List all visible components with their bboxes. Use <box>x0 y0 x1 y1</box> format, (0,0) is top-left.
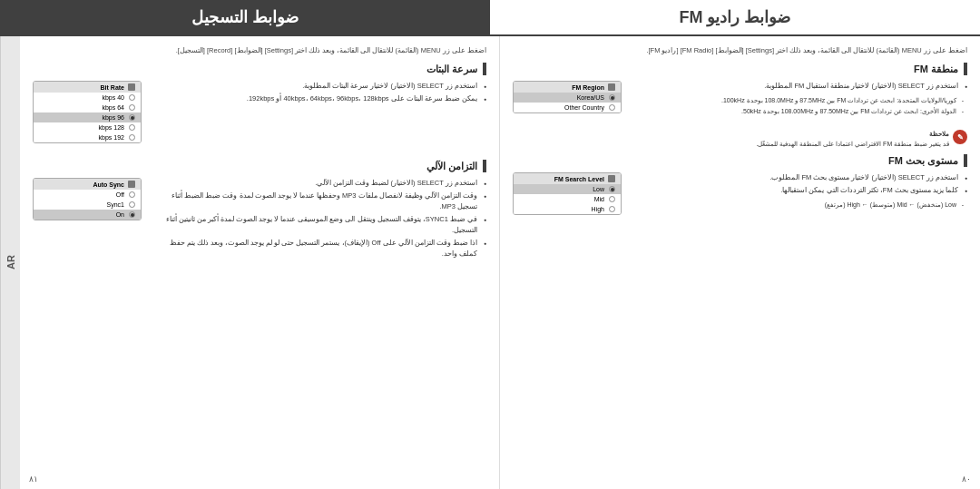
auto-sync-section: التزامن الآلي استخدم زر SELECT (الاختيار… <box>33 160 486 263</box>
fm-region-bullets: استخدم زر SELECT (الاختيار) لاختيار منطق… <box>631 81 967 92</box>
heading-bar-4 <box>964 154 967 167</box>
fm-search-label: مستوى بحث FM <box>888 155 958 167</box>
search-low[interactable]: Low <box>514 184 621 194</box>
fm-search-dash-1: Low (منخفض) ← Mid (متوسط) ← High (مرتفع) <box>631 200 964 210</box>
fm-search-content: استخدم زر SELECT (الاختيار) لاختيار مستو… <box>513 172 967 222</box>
bit-rate-section: سرعة البتات استخدم زر SELECT (الاختيار) … <box>33 63 486 151</box>
bit-rate-heading: سرعة البتات <box>33 63 486 75</box>
fm-region-widget-title: FM Region <box>514 82 621 93</box>
fm-region-section: منطقة FM استخدم زر SELECT (الاختيار) لاخ… <box>513 63 967 121</box>
header-right-title: ضوابط راديو FM <box>490 0 980 36</box>
sync-bullet-4: اذا ضبط وقت التزامن الآلي على Off (الإيق… <box>151 238 486 259</box>
sync-bullet-3: في ضبط SYNC1، يتوقف التسجيل وينتقل الى و… <box>151 214 486 236</box>
bit-rate-64[interactable]: 64 kbps <box>34 103 141 112</box>
radio-192 <box>129 134 135 141</box>
fm-search-widget: FM Search Level Low Mid High <box>513 172 622 222</box>
radio-high <box>609 206 615 212</box>
page-left: اضغط على زر MENU (القائمة) للانتقال الى … <box>20 36 500 489</box>
fm-search-section: مستوى بحث FM استخدم زر SELECT (الاختيار)… <box>513 154 967 222</box>
sync-sync1[interactable]: Sync1 <box>34 200 141 210</box>
fm-region-dashes: كوريا/الولايات المتحدة: ابحث عن تردادات … <box>631 95 967 117</box>
search-high[interactable]: High <box>514 204 621 214</box>
note-icon: ✎ <box>953 130 967 144</box>
page-right: اضغط على زر MENU (القائمة) للانتقال الى … <box>500 36 980 489</box>
note-box: ✎ ملاحظة قد يتغير ضبط منطقة FM الافتراضي… <box>513 130 967 149</box>
bit-rate-bullet-1: استخدم زر SELECT (الاختيار) لاختيار سرعة… <box>151 81 486 92</box>
fm-region-bullet-1: استخدم زر SELECT (الاختيار) لاختيار منطق… <box>631 81 967 92</box>
auto-sync-bullets: استخدم زر SELECT (الاختيار) لضبط وقت الت… <box>151 178 486 259</box>
radio-mid <box>609 196 615 202</box>
fm-region-text: استخدم زر SELECT (الاختيار) لاختيار منطق… <box>631 81 967 121</box>
radio-korea <box>609 94 615 101</box>
fm-search-bullet-2: كلما يزيد مستوى بحث FM، تكثر الترددات ال… <box>631 185 967 196</box>
bit-rate-bullets: استخدم زر SELECT (الاختيار) لاختيار سرعة… <box>151 81 486 104</box>
fm-search-heading: مستوى بحث FM <box>513 154 967 167</box>
header: ضوابط التسجيل ضوابط راديو FM <box>0 0 980 36</box>
heading-bar <box>483 63 486 75</box>
fm-region-heading: منطقة FM <box>513 63 967 75</box>
fm-search-bullets: استخدم زر SELECT (الاختيار) لاختيار مستو… <box>631 172 967 196</box>
fm-search-box: FM Search Level Low Mid High <box>513 172 622 215</box>
bit-rate-content: استخدم زر SELECT (الاختيار) لاختيار سرعة… <box>33 81 486 151</box>
heading-bar-2 <box>483 160 486 172</box>
bit-rate-128[interactable]: 128 kbps <box>34 122 141 132</box>
sync-bullet-2: وقت التزامن الآلي وظيفة لانفصال ملفات MP… <box>151 191 486 212</box>
bit-rate-96[interactable]: 96 kbps <box>34 112 141 122</box>
bit-rate-label: سرعة البتات <box>426 64 477 75</box>
right-subtitle: اضغط على زر MENU (القائمة) للانتقال الى … <box>513 45 967 55</box>
fm-region-widget: FM Region Korea/US Other Country <box>513 81 622 121</box>
radio-96 <box>129 114 135 121</box>
header-left-title: ضوابط التسجيل <box>0 0 490 36</box>
fm-region-box: FM Region Korea/US Other Country <box>513 81 622 113</box>
fm-search-widget-title: FM Search Level <box>514 173 621 184</box>
search-mid[interactable]: Mid <box>514 194 621 204</box>
radio-128 <box>129 124 135 131</box>
bit-rate-text: استخدم زر SELECT (الاختيار) لاختيار سرعة… <box>151 81 486 151</box>
fm-region-dash-1: كوريا/الولايات المتحدة: ابحث عن تردادات … <box>631 95 964 106</box>
fm-search-text: استخدم زر SELECT (الاختيار) لاختيار مستو… <box>631 172 967 222</box>
region-korea[interactable]: Korea/US <box>514 93 621 103</box>
ar-tab: AR <box>0 36 20 489</box>
fm-search-icon <box>608 175 615 182</box>
heading-bar-3 <box>964 63 967 75</box>
radio-sync1 <box>129 201 135 208</box>
bit-rate-box: Bit Rate 40 kbps 64 kbps 96 kbps <box>33 81 142 143</box>
sync-bullet-1: استخدم زر SELECT (الاختيار) لضبط وقت الت… <box>151 178 486 189</box>
left-subtitle: اضغط على زر MENU (القائمة) للانتقال الى … <box>33 45 486 55</box>
fm-region-icon <box>608 83 615 91</box>
radio-low <box>609 186 615 192</box>
radio-off <box>129 191 135 198</box>
bit-rate-192[interactable]: 192 kbps <box>34 132 141 142</box>
fm-search-dashes: Low (منخفض) ← Mid (متوسط) ← High (مرتفع) <box>631 200 967 210</box>
radio-on <box>129 211 135 218</box>
radio-40 <box>129 94 135 101</box>
bit-rate-widget-title: Bit Rate <box>34 82 141 93</box>
sync-off[interactable]: Off <box>34 190 141 200</box>
bit-rate-bullet-2: يمكن ضبط سرعة البتات على 40kbps، 64kbps،… <box>151 93 486 104</box>
bit-rate-40[interactable]: 40 kbps <box>34 93 141 103</box>
bit-rate-widget: Bit Rate 40 kbps 64 kbps 96 kbps <box>33 81 142 151</box>
auto-sync-text: استخدم زر SELECT (الاختيار) لضبط وقت الت… <box>151 178 486 263</box>
radio-other <box>609 104 615 111</box>
fm-search-bullet-1: استخدم زر SELECT (الاختيار) لاختيار مستو… <box>631 172 967 183</box>
page-number-right: ٨٠ <box>962 474 971 484</box>
auto-sync-widget: Auto Sync Off Sync1 On <box>33 178 142 263</box>
fm-region-content: استخدم زر SELECT (الاختيار) لاختيار منطق… <box>513 81 967 121</box>
auto-sync-box: Auto Sync Off Sync1 On <box>33 178 142 220</box>
fm-region-dash-2: الدولة الأخرى: ابحث عن تردادات FM بين 87… <box>631 106 964 117</box>
radio-64 <box>129 104 135 111</box>
region-other[interactable]: Other Country <box>514 103 621 112</box>
page-number-left: ٨١ <box>29 474 38 484</box>
note-text: ملاحظة قد يتغير ضبط منطقة FM الافتراضي ا… <box>756 130 949 149</box>
auto-sync-heading: التزامن الآلي <box>33 160 486 172</box>
sync-on[interactable]: On <box>34 210 141 220</box>
auto-sync-icon <box>128 181 135 188</box>
auto-sync-content: استخدم زر SELECT (الاختيار) لضبط وقت الت… <box>33 178 486 263</box>
fm-region-label: منطقة FM <box>914 64 958 75</box>
auto-sync-widget-title: Auto Sync <box>34 179 141 190</box>
main-content: AR اضغط على زر MENU (القائمة) للانتقال ا… <box>0 36 980 489</box>
bit-rate-icon <box>128 83 135 91</box>
auto-sync-label: التزامن الآلي <box>426 161 477 172</box>
